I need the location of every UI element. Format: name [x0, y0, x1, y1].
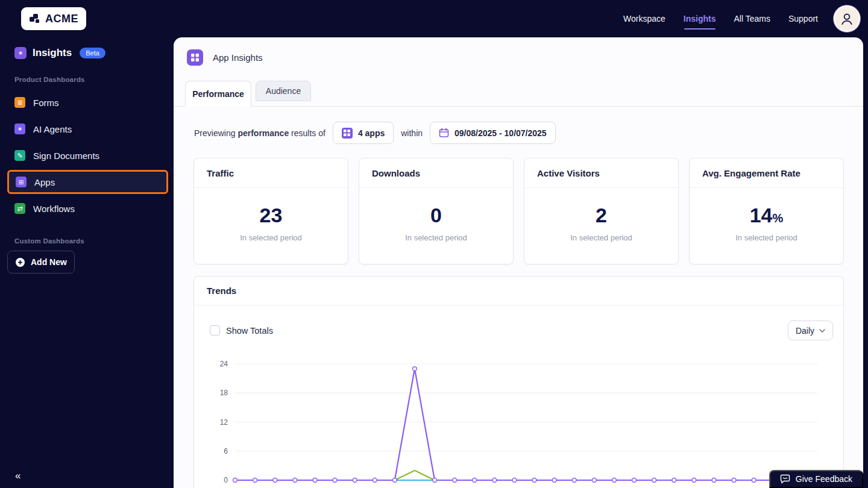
stat-card-active-visitors: Active Visitors 2 In selected period — [524, 158, 679, 264]
apps-icon: ⊞ — [16, 177, 27, 187]
sidebar: ✶ Insights Beta Product Dashboards ≣ For… — [0, 37, 174, 488]
stats-row: Traffic 23 In selected period Downloads … — [193, 158, 844, 264]
feedback-bubble-icon — [780, 474, 790, 484]
section-label-custom-dashboards: Custom Dashboards — [0, 237, 174, 245]
stat-value: 14% — [690, 204, 843, 227]
stat-subtitle: In selected period — [524, 233, 678, 242]
svg-text:24: 24 — [220, 360, 228, 368]
stat-title: Avg. Engagement Rate — [690, 158, 843, 188]
stat-value: 23 — [194, 204, 348, 227]
trends-title: Trends — [194, 277, 843, 305]
main-panel: App Insights Performance Audience Previe… — [174, 37, 863, 488]
panel-header: App Insights — [174, 37, 863, 66]
trends-chart: 06121824 — [194, 355, 844, 488]
sidebar-item-forms[interactable]: ≣ Forms — [0, 89, 174, 116]
date-range-dropdown[interactable]: 09/08/2025 - 10/07/2025 — [430, 122, 556, 144]
stat-card-downloads: Downloads 0 In selected period — [359, 158, 514, 264]
give-feedback-button[interactable]: Give Feedback — [769, 470, 863, 488]
date-range-label: 09/08/2025 - 10/07/2025 — [454, 128, 547, 138]
section-label-product-dashboards: Product Dashboards — [0, 76, 174, 83]
acme-logo-text: ACME — [45, 13, 78, 25]
chevron-down-icon — [819, 329, 825, 333]
filter-text: Previewing performance results of — [194, 128, 326, 138]
stat-card-engagement-rate: Avg. Engagement Rate 14% In selected per… — [689, 158, 844, 264]
stat-title: Active Visitors — [524, 158, 678, 188]
stat-subtitle: In selected period — [359, 233, 513, 242]
apps-selector-label: 4 apps — [358, 128, 385, 138]
show-totals-control: Show Totals — [210, 325, 273, 336]
tab-bar: Performance Audience — [174, 81, 863, 107]
sidebar-item-label: Apps — [34, 177, 55, 187]
top-nav: Workspace Insights All Teams Support — [623, 5, 860, 32]
filter-row: Previewing performance results of 4 apps… — [194, 122, 556, 144]
grid-icon — [191, 54, 199, 61]
avatar[interactable] — [834, 5, 860, 32]
person-icon — [839, 11, 855, 27]
stat-title: Downloads — [359, 158, 513, 188]
show-totals-checkbox[interactable] — [210, 325, 220, 336]
acme-logo-icon — [29, 13, 41, 25]
stat-value: 0 — [359, 204, 513, 227]
within-label: within — [401, 128, 423, 138]
stat-subtitle: In selected period — [690, 233, 843, 242]
give-feedback-label: Give Feedback — [796, 474, 852, 484]
trends-chart-area: 06121824 — [194, 355, 844, 488]
workflows-icon: ⇄ — [14, 203, 25, 214]
show-totals-label: Show Totals — [226, 326, 273, 336]
sidebar-item-label: Sign Documents — [33, 151, 99, 161]
apps-mini-icon — [342, 128, 353, 139]
stat-card-traffic: Traffic 23 In selected period — [193, 158, 348, 264]
sidebar-item-label: AI Agents — [33, 124, 72, 134]
nav-all-teams[interactable]: All Teams — [734, 14, 770, 23]
tab-audience[interactable]: Audience — [256, 81, 311, 101]
sidebar-item-label: Forms — [33, 98, 59, 108]
app-insights-icon — [187, 49, 203, 66]
sidebar-item-apps[interactable]: ⊞ Apps — [7, 170, 168, 194]
interval-label: Daily — [796, 326, 814, 336]
nav-workspace[interactable]: Workspace — [623, 14, 665, 23]
svg-text:6: 6 — [224, 447, 228, 455]
ai-agents-icon: ✶ — [14, 124, 25, 134]
add-new-label: Add New — [31, 257, 67, 267]
plus-circle-icon — [15, 257, 25, 267]
sidebar-item-workflows[interactable]: ⇄ Workflows — [0, 195, 174, 222]
collapse-sidebar-button[interactable]: « — [15, 470, 20, 482]
stat-unit: % — [773, 211, 784, 225]
topbar: ACME Workspace Insights All Teams Suppor… — [0, 0, 868, 37]
nav-insights[interactable]: Insights — [684, 14, 716, 23]
sidebar-item-sign-documents[interactable]: ✎ Sign Documents — [0, 142, 174, 169]
tab-performance[interactable]: Performance — [185, 81, 251, 107]
add-new-button[interactable]: Add New — [7, 251, 75, 274]
acme-logo[interactable]: ACME — [21, 7, 86, 30]
beta-badge: Beta — [80, 48, 105, 58]
stat-value: 2 — [524, 204, 678, 227]
trends-card: Trends Show Totals Daily 06121824 — [193, 276, 844, 488]
svg-text:12: 12 — [220, 418, 228, 427]
apps-selector-dropdown[interactable]: 4 apps — [333, 122, 394, 144]
nav-support[interactable]: Support — [788, 14, 818, 23]
stat-subtitle: In selected period — [194, 233, 348, 242]
svg-text:0: 0 — [224, 476, 228, 484]
insights-icon: ✶ — [14, 47, 27, 59]
interval-dropdown[interactable]: Daily — [788, 321, 833, 340]
page-title: App Insights — [213, 52, 263, 63]
stat-title: Traffic — [194, 158, 348, 188]
calendar-icon — [439, 128, 449, 138]
sidebar-title: Insights — [33, 47, 72, 59]
sidebar-item-label: Workflows — [33, 204, 75, 214]
svg-text:18: 18 — [220, 389, 228, 397]
sidebar-header: ✶ Insights Beta — [0, 47, 174, 59]
forms-icon: ≣ — [14, 97, 25, 108]
sign-documents-icon: ✎ — [14, 150, 25, 161]
sidebar-item-ai-agents[interactable]: ✶ AI Agents — [0, 116, 174, 142]
